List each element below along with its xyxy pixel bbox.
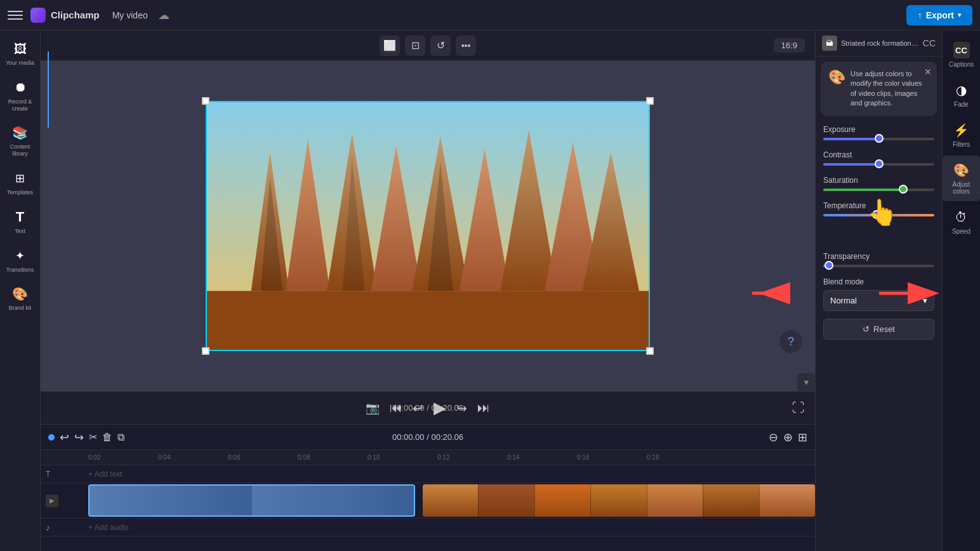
sidebar-label-transitions: Transitions — [6, 267, 34, 274]
speed-panel-label: Speed — [952, 228, 970, 235]
transparency-slider-track[interactable] — [823, 265, 934, 267]
text-track-label: T — [41, 470, 88, 479]
contrast-slider-track[interactable] — [823, 163, 934, 166]
sidebar-item-brand-kit[interactable]: 🎨 Brand kit — [3, 281, 38, 317]
sidebar-label-templates: Templates — [7, 189, 33, 196]
saturation-thumb[interactable] — [899, 185, 908, 194]
handle-bottom-left[interactable] — [202, 347, 209, 355]
ruler-tick-1: 0:04 — [158, 454, 228, 461]
exposure-section: Exposure — [816, 121, 942, 147]
captions-icon-btn[interactable]: CC — [923, 38, 936, 48]
transparency-thumb[interactable] — [824, 261, 833, 270]
audio-track-row: ♪ + Add audio — [41, 519, 815, 536]
left-sidebar: 🖼 Your media ⏺ Record & create 📚 Content… — [0, 30, 41, 551]
reset-button[interactable]: ↺ Reset — [823, 319, 934, 340]
templates-icon: ⊞ — [12, 170, 29, 187]
adjust-colors-panel: 🏔 Striated rock formations in cany... CC… — [815, 30, 942, 551]
temperature-thumb[interactable] — [872, 210, 881, 219]
svg-rect-10 — [207, 291, 649, 350]
zoom-out-button[interactable]: ⊖ — [769, 430, 778, 444]
cloud-icon: ☁ — [158, 8, 169, 22]
playback-bar: 📷 ⏮ ↩ ▶ ↪ ⏭ 00:00.00 / 00:20.06 ⛶ — [41, 391, 815, 424]
exposure-label: Exposure — [823, 125, 934, 134]
sidebar-label-text: Text — [15, 228, 25, 235]
fade-panel-icon: ◑ — [953, 82, 970, 98]
export-button[interactable]: ↑ Export ▾ — [906, 5, 972, 25]
more-tool-button[interactable]: ••• — [456, 36, 476, 56]
crop-tool-button[interactable]: ⬜ — [380, 36, 400, 56]
fullscreen-button[interactable]: ⛶ — [792, 401, 805, 415]
rotate-tool-button[interactable]: ↺ — [430, 36, 451, 56]
contrast-fill — [823, 163, 879, 166]
handle-top-right[interactable] — [646, 97, 654, 105]
handle-bottom-right[interactable] — [646, 347, 654, 355]
temperature-slider-track[interactable] — [823, 214, 934, 216]
exposure-thumb[interactable] — [875, 134, 884, 143]
filters-panel-label: Filters — [953, 141, 970, 148]
sidebar-item-record-create[interactable]: ⏺ Record & create — [3, 74, 38, 117]
blend-mode-select[interactable]: Normal ▾ — [823, 290, 934, 311]
adjust-colors-panel-item[interactable]: 🎨 Adjust colors — [943, 156, 980, 201]
undo-button[interactable]: ↩ — [60, 430, 69, 444]
duplicate-button[interactable]: ⧉ — [117, 432, 124, 443]
playback-camera-button[interactable]: 📷 — [366, 401, 380, 415]
collapse-panel-button[interactable]: ▾ — [797, 373, 815, 391]
captions-panel-item[interactable]: CC Captions — [946, 36, 976, 74]
logo: Clipchamp — [30, 8, 100, 23]
delete-button[interactable]: 🗑 — [102, 432, 112, 443]
playback-skip-forward-button[interactable]: ⏭ — [477, 401, 490, 415]
text-track-add[interactable]: + Add text — [88, 470, 815, 479]
record-create-icon: ⏺ — [12, 79, 29, 96]
exposure-slider-track[interactable] — [823, 138, 934, 140]
ruler-tick-5: 0:12 — [437, 454, 507, 461]
saturation-fill — [823, 189, 903, 191]
timeline-time-display: 00:00.00 / 00:20.06 — [392, 432, 463, 442]
export-upload-icon: ↑ — [918, 10, 922, 20]
brand-kit-icon: 🎨 — [12, 286, 29, 302]
sidebar-item-your-media[interactable]: 🖼 Your media — [3, 36, 38, 72]
sidebar-item-transitions[interactable]: ✦ Transitions — [3, 242, 38, 279]
logo-icon — [30, 8, 46, 23]
filters-panel-item[interactable]: ⚡ Filters — [950, 116, 972, 154]
captions-panel-label: Captions — [949, 61, 974, 68]
saturation-section: Saturation — [816, 172, 942, 197]
fade-panel-item[interactable]: ◑ Fade — [951, 76, 972, 114]
sidebar-item-text[interactable]: T Text — [3, 204, 38, 240]
ruler-tick-4: 0:10 — [368, 454, 437, 461]
redo-button[interactable]: ↪ — [74, 430, 84, 444]
aspect-ratio-badge[interactable]: 16:9 — [774, 38, 805, 53]
saturation-slider-track[interactable] — [823, 189, 934, 191]
handle-top-left[interactable] — [202, 97, 209, 105]
video-clip-selected[interactable] — [88, 484, 415, 517]
info-emoji: 🎨 — [828, 69, 845, 109]
split-button[interactable]: ✂ — [89, 431, 97, 443]
contrast-thumb[interactable] — [875, 159, 884, 168]
timeline-toolbar: ↩ ↪ ✂ 🗑 ⧉ 00:00.00 / 00:20.06 ⊖ ⊕ ⊞ — [41, 425, 815, 450]
right-icons-column: CC Captions ◑ Fade ⚡ Filters 🎨 Adjust co… — [942, 30, 980, 551]
transparency-section: Transparency — [816, 248, 942, 274]
video-clip-second[interactable] — [423, 484, 815, 517]
reset-icon: ↺ — [863, 324, 870, 334]
video-track-label: ▶ — [41, 495, 88, 507]
temperature-section: Temperature — [816, 197, 942, 223]
help-button[interactable]: ? — [779, 330, 802, 353]
center-area: ⬜ ⊡ ↺ ••• 16:9 — [41, 30, 815, 551]
playback-time: 00:00.00 / 00:20.06 — [392, 403, 463, 413]
info-box: 🎨 Use adjust colors to modify the color … — [821, 62, 937, 116]
text-icon: T — [12, 209, 29, 225]
sidebar-item-content-library[interactable]: 📚 Content library — [3, 119, 38, 163]
zoom-in-button[interactable]: ⊕ — [783, 430, 793, 444]
resize-tool-button[interactable]: ⊡ — [405, 36, 425, 56]
project-title[interactable]: My video — [112, 10, 148, 20]
menu-icon[interactable] — [8, 8, 23, 23]
speed-panel-item[interactable]: ⏱ Speed — [950, 202, 973, 241]
topbar: Clipchamp My video ☁ ↑ Export ▾ — [0, 0, 980, 30]
info-close-button[interactable]: ✕ — [924, 67, 932, 77]
video-track-content[interactable] — [88, 483, 815, 518]
info-text: Use adjust colors to modify the color va… — [851, 69, 929, 109]
canvas-area[interactable]: ? ▾ — [41, 61, 815, 391]
sidebar-item-templates[interactable]: ⊞ Templates — [3, 165, 38, 201]
blend-mode-section: Blend mode Normal ▾ — [816, 274, 942, 315]
audio-track-add[interactable]: + Add audio — [88, 523, 815, 532]
fit-timeline-button[interactable]: ⊞ — [798, 430, 807, 444]
